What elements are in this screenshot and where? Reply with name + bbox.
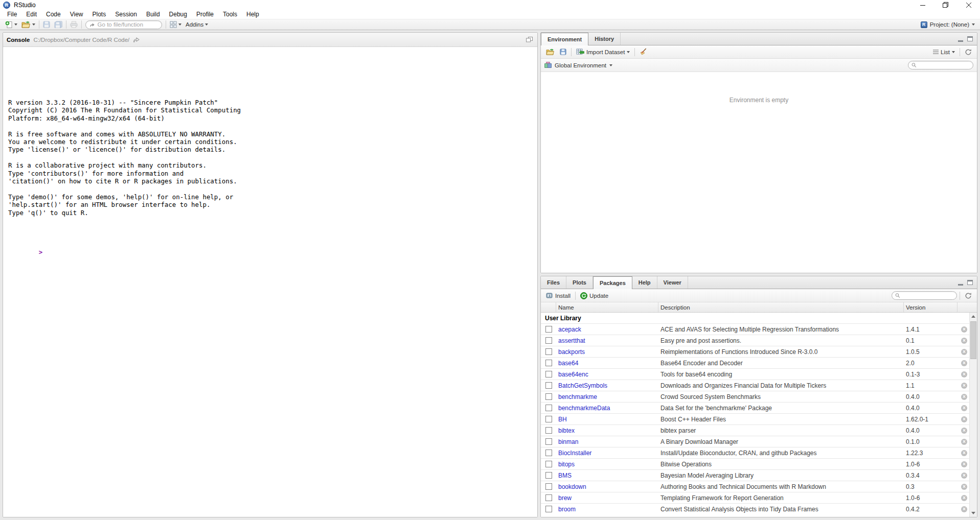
save-button[interactable] [41, 19, 52, 30]
package-checkbox[interactable] [545, 382, 552, 389]
package-name-link[interactable]: base64 [556, 360, 658, 367]
package-name-link[interactable]: BiocInstaller [556, 450, 658, 457]
package-name-link[interactable]: broom [556, 506, 658, 513]
remove-package-icon[interactable] [961, 394, 967, 400]
console[interactable]: R version 3.3.2 (2016-10-31) -- "Sincere… [3, 47, 537, 517]
menu-item[interactable]: Profile [192, 10, 218, 19]
remove-package-icon[interactable] [961, 472, 967, 479]
package-checkbox[interactable] [545, 461, 552, 467]
minimize-window-button[interactable] [911, 0, 934, 10]
clear-environment-button[interactable] [637, 46, 649, 58]
package-name-link[interactable]: brew [556, 494, 658, 502]
save-workspace-button[interactable] [558, 46, 568, 58]
menu-item[interactable]: Tools [218, 10, 242, 19]
maximize-pane-icon[interactable] [967, 36, 973, 41]
tab-packages[interactable]: Packages [593, 276, 632, 289]
shortcut-arrow-icon[interactable] [133, 37, 140, 42]
menu-item[interactable]: Edit [21, 10, 41, 19]
close-window-button[interactable] [957, 0, 980, 10]
package-checkbox[interactable] [545, 472, 552, 479]
maximize-pane-icon[interactable] [967, 280, 973, 285]
remove-package-icon[interactable] [961, 461, 967, 467]
refresh-packages-button[interactable] [963, 290, 974, 301]
tab-environment[interactable]: Environment [541, 33, 588, 45]
list-view-button[interactable]: List [931, 46, 957, 58]
remove-package-icon[interactable] [961, 439, 967, 445]
print-button[interactable] [68, 19, 80, 30]
console-prompt-line[interactable]: > [8, 240, 532, 264]
package-checkbox[interactable] [545, 326, 552, 333]
scroll-up-arrow[interactable] [970, 313, 977, 320]
package-name-link[interactable]: BatchGetSymbols [556, 382, 658, 389]
remove-package-icon[interactable] [961, 506, 967, 512]
remove-package-icon[interactable] [961, 405, 967, 411]
refresh-environment-button[interactable] [963, 46, 974, 58]
menu-item[interactable]: Plots [88, 10, 111, 19]
package-checkbox[interactable] [545, 371, 552, 377]
remove-package-icon[interactable] [961, 383, 967, 389]
package-checkbox[interactable] [545, 405, 552, 411]
new-file-button[interactable] [3, 19, 19, 30]
package-name-link[interactable]: benchmarkme [556, 393, 658, 400]
remove-package-icon[interactable] [961, 484, 967, 490]
package-name-link[interactable]: backports [556, 348, 658, 356]
package-checkbox[interactable] [545, 427, 552, 434]
package-checkbox[interactable] [545, 506, 552, 512]
package-name-link[interactable]: BH [556, 416, 658, 423]
project-selector[interactable]: R Project: (None) [921, 21, 977, 28]
menu-item[interactable]: Help [242, 10, 264, 19]
maximize-console-button[interactable] [525, 35, 534, 44]
package-name-link[interactable]: benchmarkmeData [556, 405, 658, 412]
menu-item[interactable]: Build [142, 10, 165, 19]
package-name-link[interactable]: acepack [556, 326, 658, 333]
packages-scrollbar[interactable] [969, 313, 977, 517]
remove-package-icon[interactable] [961, 338, 967, 344]
package-checkbox[interactable] [545, 450, 552, 456]
package-checkbox[interactable] [545, 337, 552, 344]
install-packages-button[interactable]: Install [544, 290, 573, 301]
restore-window-button[interactable] [934, 0, 957, 10]
package-name-link[interactable]: assertthat [556, 337, 658, 344]
goto-file-input[interactable] [98, 21, 158, 28]
minimize-pane-icon[interactable] [958, 284, 963, 286]
open-file-button[interactable] [19, 19, 37, 30]
package-name-link[interactable]: bibtex [556, 427, 658, 434]
package-checkbox[interactable] [545, 393, 552, 400]
remove-package-icon[interactable] [961, 349, 967, 355]
menu-item[interactable]: File [3, 10, 21, 19]
tab-files[interactable]: Files [541, 276, 566, 289]
remove-package-icon[interactable] [961, 416, 967, 422]
remove-package-icon[interactable] [961, 371, 967, 377]
environment-search-input[interactable] [919, 62, 970, 68]
package-name-link[interactable]: BMS [556, 472, 658, 479]
package-name-link[interactable]: bitops [556, 461, 658, 468]
import-dataset-button[interactable]: Import Dataset [574, 46, 632, 58]
package-checkbox[interactable] [545, 360, 552, 366]
remove-package-icon[interactable] [961, 360, 967, 366]
menu-item[interactable]: View [65, 10, 88, 19]
remove-package-icon[interactable] [961, 495, 967, 501]
update-packages-button[interactable]: Update [578, 290, 610, 301]
tab-help[interactable]: Help [632, 276, 657, 289]
minimize-pane-icon[interactable] [958, 40, 963, 42]
menu-item[interactable]: Code [41, 10, 65, 19]
packages-search-input[interactable] [902, 293, 953, 299]
menu-item[interactable]: Debug [165, 10, 192, 19]
package-name-link[interactable]: base64enc [556, 371, 658, 378]
tab-history[interactable]: History [588, 33, 621, 45]
package-checkbox[interactable] [545, 348, 552, 355]
package-checkbox[interactable] [545, 483, 552, 490]
tab-viewer[interactable]: Viewer [657, 276, 688, 289]
menu-item[interactable]: Session [110, 10, 142, 19]
package-name-link[interactable]: bookdown [556, 483, 658, 490]
environment-scope-label[interactable]: Global Environment [555, 62, 606, 68]
save-all-button[interactable] [52, 19, 64, 30]
addins-button[interactable]: Addins [184, 19, 210, 30]
load-workspace-button[interactable] [544, 46, 557, 58]
package-checkbox[interactable] [545, 416, 552, 422]
workspace-panes-button[interactable] [168, 19, 184, 30]
remove-package-icon[interactable] [961, 450, 967, 456]
scrollbar-thumb[interactable] [970, 321, 976, 359]
remove-package-icon[interactable] [961, 428, 967, 434]
package-checkbox[interactable] [545, 494, 552, 501]
